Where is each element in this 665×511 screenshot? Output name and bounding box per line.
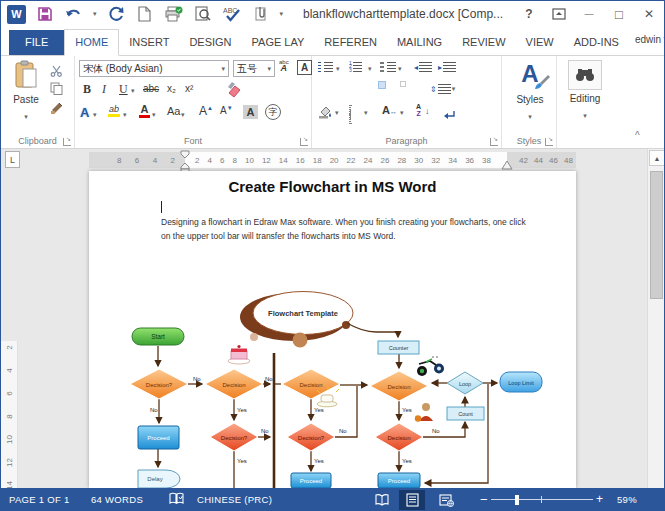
sort-button[interactable]: A Z [416,103,421,117]
proofing-status[interactable] [169,492,184,508]
clipboard-dialog-launcher[interactable] [63,138,71,146]
flowchart-node-decision1[interactable]: Decision? [130,369,188,399]
tab-design[interactable]: DESIGN [179,30,241,55]
redo-button[interactable] [106,4,126,24]
motorbike-icon[interactable] [417,356,444,376]
word-count[interactable]: 64 WORDS [91,494,143,505]
character-border-button[interactable]: A [297,60,312,75]
borders-caret-icon[interactable] [364,109,368,117]
zoom-in-button[interactable]: + [596,492,603,506]
paste-button[interactable]: Paste [7,60,45,123]
copy-button[interactable] [50,81,63,99]
collapse-ribbon-button[interactable]: ^ [635,130,640,141]
underline-caret-icon[interactable] [131,87,135,95]
right-indent-marker[interactable] [501,160,513,170]
phonetic-guide-button[interactable]: abc A [279,59,289,71]
page-indicator[interactable]: PAGE 1 OF 1 [9,494,70,505]
italic-button[interactable]: I [102,82,106,97]
flowchart-node-counter[interactable]: Counter [378,341,419,354]
scrollbar-thumb[interactable] [650,171,663,299]
tab-home[interactable]: HOME [64,29,119,56]
bold-button[interactable]: B [83,82,91,97]
font-color-button[interactable]: A [139,103,150,118]
text-effects-button[interactable]: A [80,105,89,120]
account-menu[interactable]: edwin wa... [635,29,665,55]
person-icon[interactable] [415,403,433,422]
shrink-font-button[interactable]: A▼ [220,105,233,116]
language-indicator[interactable]: CHINESE (PRC) [197,494,272,505]
tab-references[interactable]: REFEREN [314,30,387,55]
paragraph-dialog-launcher[interactable] [490,138,498,146]
highlight-caret-icon[interactable] [123,111,127,119]
flowchart-node-decision2[interactable]: Decision [205,369,263,399]
flowchart-node-proceed2[interactable]: Proceed [291,473,331,488]
tab-selector[interactable]: L [5,151,20,168]
numbering-caret-icon[interactable] [368,65,372,73]
flowchart-node-start[interactable]: Start [132,328,184,345]
customize-qat-icon[interactable] [280,10,284,18]
line-spacing-button[interactable]: ⇕ [430,84,455,94]
strikethrough-button[interactable]: abc [143,83,159,94]
tab-file[interactable]: FILE [9,30,64,55]
shading-caret-icon[interactable] [335,109,339,117]
close-button[interactable] [638,4,660,24]
zoom-percentage[interactable]: 59% [617,494,637,505]
styles-button[interactable]: A Styles [510,60,550,123]
justify-button[interactable] [378,81,386,89]
styles-dialog-launcher[interactable] [545,138,553,146]
distribute-button[interactable] [400,81,406,87]
document-page[interactable]: Create Flowchart in MS Word Designing a … [89,171,576,488]
print-layout-button[interactable] [399,490,425,510]
flowchart-node-decision3[interactable]: Decision [282,369,340,399]
increase-indent-button[interactable]: ▸ [438,62,456,72]
undo-caret-icon[interactable] [93,10,97,18]
decrease-indent-button[interactable]: ◂ [414,62,432,72]
undo-button[interactable] [64,4,84,24]
flowchart-node-count[interactable]: Count [447,407,484,420]
scroll-up-button[interactable] [649,150,665,166]
grow-font-button[interactable]: A▲ [199,104,213,118]
vertical-scrollbar[interactable] [647,149,665,488]
superscript-button[interactable]: x² [185,83,193,94]
flowchart-node-rdecision3[interactable]: Decision [375,423,423,451]
editing-button[interactable]: Editing [566,60,604,122]
save-button[interactable] [35,4,55,24]
attach-file-button[interactable] [251,4,271,24]
tab-review[interactable]: REVIEW [452,30,515,55]
tab-add-ins[interactable]: ADD-INS [564,30,629,55]
tab-view[interactable]: VIEW [516,30,564,55]
spelling-grammar-button[interactable]: ABC [222,4,242,24]
flowchart-node-delay[interactable]: Delay [138,470,180,488]
character-shading-button[interactable]: A [243,105,258,119]
help-button[interactable] [518,4,540,24]
multilevel-list-button[interactable] [380,62,396,72]
show-marks-button[interactable] [442,106,456,124]
borders-button[interactable] [349,106,351,124]
flowchart-node-loop[interactable]: Loop [447,372,483,394]
asian-layout-button[interactable]: A↔ [382,104,397,116]
font-color-caret-icon[interactable] [152,111,156,119]
flowchart-node-proceed1[interactable]: Proceed [138,426,179,449]
font-dialog-launcher[interactable] [300,138,308,146]
flowchart-node-rdecision2[interactable]: Decision? [287,423,335,451]
clear-formatting-button[interactable] [227,81,243,101]
cut-button[interactable] [50,63,63,81]
indent-markers[interactable] [179,150,191,172]
word-app-icon[interactable]: W [7,5,26,24]
flowchart-title-shape[interactable]: Flowchart Template [240,292,353,348]
ribbon-display-options-button[interactable] [548,4,570,24]
tab-insert[interactable]: INSERT [119,30,179,55]
zoom-slider-handle[interactable] [515,495,519,505]
text-effects-caret-icon[interactable] [93,111,97,119]
maximize-button[interactable] [608,4,630,24]
flowchart-node-proceed3[interactable]: Proceed [378,473,420,488]
zoom-out-button[interactable]: − [480,492,488,507]
change-case-button[interactable]: Aa [167,105,180,117]
flowchart-node-decision4[interactable]: Decision [370,371,428,401]
font-size-combo[interactable]: 五号 [233,60,275,77]
format-painter-button[interactable] [50,101,64,119]
zoom-slider-track[interactable] [491,499,593,500]
tab-page-layout[interactable]: PAGE LAY [242,30,315,55]
font-name-combo[interactable]: 宋体 (Body Asian) [79,60,229,77]
quick-print-button[interactable] [164,4,184,24]
